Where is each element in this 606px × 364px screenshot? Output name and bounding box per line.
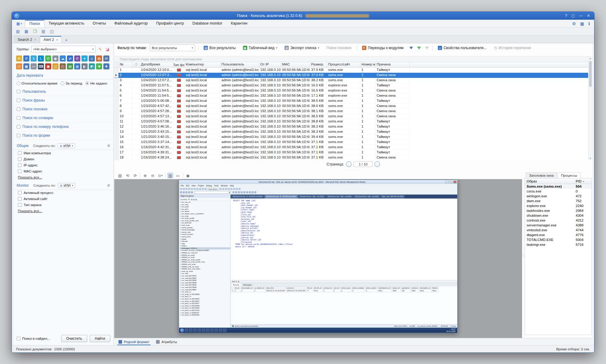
checkbox-icon[interactable] [17, 107, 20, 111]
menu-tab[interactable]: Database monitor [188, 20, 227, 27]
splitter-handle[interactable]: · · · · · [114, 168, 592, 172]
tab-attributes[interactable]: Атрибуты [155, 338, 178, 345]
tab-native-format[interactable]: Родной формат [117, 338, 151, 345]
menu-tab[interactable]: Профайл центр [152, 20, 188, 27]
table-row[interactable]: 15 1/21/2020 3:37:14... sql.test3.local … [114, 140, 592, 145]
actual-size-icon[interactable]: ▭ [175, 173, 181, 178]
clear-groups-icon[interactable]: ◪ [105, 46, 110, 52]
process-row[interactable]: taskhostex.exe 2984 [525, 208, 591, 213]
close-tab-icon[interactable]: × [56, 38, 58, 42]
type-filter-icon[interactable]: ▤ [96, 55, 102, 62]
type-filter-icon[interactable]: ◩ [89, 63, 95, 69]
list-icon[interactable]: ▤ [40, 28, 46, 35]
process-row[interactable]: conhost.exe 4312 [525, 218, 591, 223]
process-row[interactable]: taskmgr.exe 5716 [525, 242, 591, 247]
app-menu-button[interactable]: ▦ ▾ [14, 20, 25, 27]
settings-icon[interactable]: ⚙ [572, 21, 576, 26]
type-filter-icon[interactable]: ✉ [103, 55, 109, 62]
date-option[interactable]: Не задано [85, 82, 107, 85]
table-row[interactable]: 8 1/23/2020 4:57:42... sql.test3.local a… [114, 104, 592, 109]
module-transitions-button[interactable]: ⇱ Переходы к модулям [360, 45, 405, 51]
clear-button[interactable]: Очистить [61, 335, 87, 342]
search-section-header[interactable]: Поиск по номеру телефона [14, 122, 113, 131]
document-tab[interactable]: Alert 2 × [40, 36, 61, 43]
type-filter-icon[interactable]: ◫ [52, 63, 58, 69]
page-number-input[interactable]: 1 / 10 [354, 162, 372, 167]
type-filter-icon[interactable]: ❖ [103, 63, 109, 69]
type-filter-icon[interactable]: ◷ [16, 63, 22, 69]
process-row[interactable]: explorer.exe 2240 [525, 203, 591, 208]
filter-checkbox-item[interactable]: IP-адрес [14, 162, 113, 168]
type-filter-icon[interactable]: ☺ [89, 55, 95, 62]
tab-window-title[interactable]: Заголовок окна [526, 172, 557, 178]
search-section-header[interactable]: Поиск по словарю [14, 114, 113, 122]
checkbox-icon[interactable] [17, 337, 20, 340]
filter-checkbox-item[interactable]: MAC-адрес [14, 168, 113, 174]
fit-to-window-icon[interactable]: ▥ [168, 173, 173, 178]
type-filter-icon[interactable]: ▥ [74, 63, 80, 69]
menu-tab[interactable]: Поиск [25, 20, 45, 27]
scroll-up-icon[interactable]: ▲ [588, 56, 592, 60]
join-mode-select[interactable]: ⊚ ИЛИ ▾ [58, 183, 75, 188]
col-pid[interactable]: PID▲ [576, 179, 591, 183]
type-filter-icon[interactable]: ◰ [60, 63, 66, 69]
type-filter-icon[interactable]: S [31, 55, 37, 62]
all-results-button[interactable]: ▤ Все результаты [201, 45, 238, 51]
checkbox-icon[interactable] [17, 125, 20, 129]
search-section-header[interactable]: Пользователь [14, 87, 113, 96]
close-tab-icon[interactable]: × [34, 38, 36, 42]
type-filter-icon[interactable]: ✆ [23, 55, 29, 62]
checkbox-icon[interactable] [17, 99, 20, 102]
document-tab[interactable]: Search 2 × [14, 36, 39, 43]
type-filter-icon[interactable]: ☁ [60, 55, 66, 62]
table-row[interactable]: 3 1/24/2020 12:07:2... sql.test3.local a… [114, 78, 592, 83]
type-filter-icon[interactable]: ✚ [96, 63, 102, 69]
report-icon[interactable]: ◫ [49, 28, 55, 35]
chat-history-button[interactable]: ◷ История переписки [492, 45, 533, 51]
menu-tab[interactable]: Карантин [227, 20, 252, 27]
filter-checkbox-item[interactable]: Домен [14, 156, 113, 162]
process-row[interactable]: TOTALCMD.EXE 5004 [525, 237, 591, 242]
type-filter-icon[interactable]: ✈ [82, 55, 88, 62]
type-filter-icon[interactable]: ⇄ [67, 55, 73, 62]
filter-edit-funnel-icon[interactable] [417, 47, 421, 49]
process-row[interactable]: winlogon.exe 472 [525, 194, 591, 199]
scrollbar-thumb[interactable] [589, 61, 592, 87]
table-row[interactable]: 7 1/23/2020 5:00:08... sql.test3.local a… [114, 99, 592, 104]
filter-funnel-icon[interactable] [409, 47, 413, 49]
menu-tab[interactable]: Текущая активность [45, 20, 88, 27]
checkbox-icon[interactable] [18, 157, 22, 161]
col-mac[interactable]: MAC [281, 62, 310, 67]
grid-export-icon[interactable]: ▦ [23, 28, 29, 35]
table-view-button[interactable]: ▦ Табличный вид ▾ [241, 45, 280, 51]
col-type[interactable]: Тип фа [174, 62, 185, 67]
menu-tab[interactable]: Файловый аудитор [110, 20, 152, 27]
gear-icon[interactable]: ⚙ [107, 183, 110, 188]
col-attach[interactable] [132, 62, 140, 67]
date-option[interactable]: Относительное время [17, 82, 57, 85]
type-filter-icon[interactable]: ◉ [52, 55, 58, 62]
radio-icon[interactable] [61, 82, 64, 85]
table-row[interactable]: 4 1/24/2020 11:57:5... sql.test3.local a… [114, 83, 592, 88]
filter-checkbox-item[interactable]: Активный сайт [14, 196, 113, 202]
table-row[interactable]: 18 1/16/2020 4:38:24... sql.test3.local … [114, 155, 592, 160]
table-row[interactable]: 10 1/23/2020 4:57:13... sql.test3.local … [114, 114, 592, 119]
process-row[interactable]: servermanager.exe 4388 [525, 223, 591, 228]
type-filter-icon[interactable]: ⌨ [38, 63, 44, 69]
search-similar-button[interactable]: Поиск похожих [325, 45, 354, 51]
new-search-icon[interactable]: ▧ [15, 28, 21, 35]
radio-icon[interactable] [85, 82, 89, 85]
next-page-button[interactable]: → [375, 162, 380, 167]
gear-icon[interactable]: ⚙ [107, 144, 110, 148]
panel-splitter[interactable]: ⋮ [522, 172, 524, 338]
checkbox-icon[interactable] [17, 90, 20, 93]
search-section-header[interactable]: Поиск похожих [14, 105, 113, 114]
type-filter-icon[interactable]: ◧ [82, 63, 88, 69]
zoom-menu-icon[interactable]: ⊙▾ [158, 173, 163, 178]
add-tab-button[interactable]: + [63, 37, 69, 43]
checkbox-icon[interactable] [18, 163, 22, 167]
col-user[interactable]: Пользователь [220, 62, 259, 67]
save-icon[interactable]: ▤ [117, 173, 123, 178]
col-reason[interactable]: Причина [375, 62, 410, 67]
type-filter-icon[interactable]: L [38, 55, 44, 62]
